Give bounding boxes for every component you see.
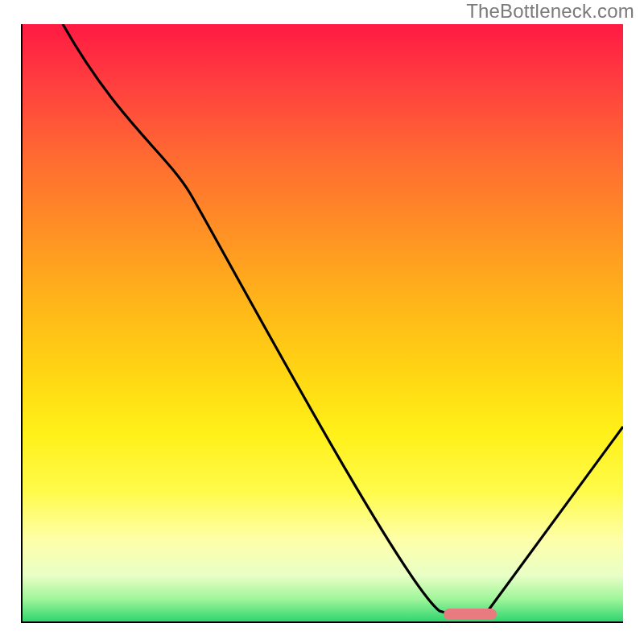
chart-container: TheBottleneck.com bbox=[0, 0, 644, 644]
plot-background-gradient bbox=[21, 24, 623, 623]
watermark-text: TheBottleneck.com bbox=[466, 0, 634, 23]
bottleneck-curve bbox=[21, 24, 623, 623]
optimal-range-marker bbox=[444, 609, 497, 620]
curve-path bbox=[63, 24, 623, 613]
